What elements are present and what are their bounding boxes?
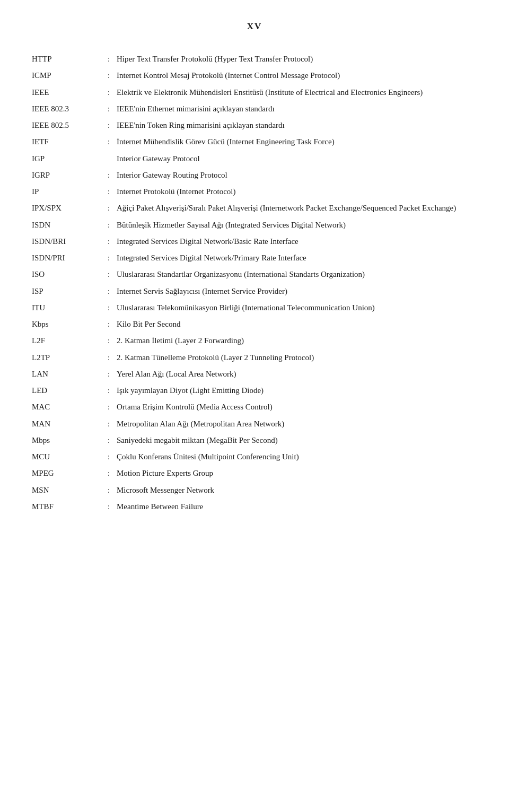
colon-cell: : [101, 233, 117, 250]
term-cell: LED [32, 382, 101, 399]
colon-cell: : [101, 167, 117, 184]
glossary-row: L2TP:2. Katman Tünelleme Protokolü (Laye… [32, 350, 477, 366]
glossary-row: L2F:2. Katman İletimi (Layer 2 Forwardin… [32, 333, 477, 349]
definition-cell: Işık yayımlayan Diyot (Light Emitting Di… [117, 382, 477, 399]
colon-cell: : [101, 366, 117, 382]
glossary-row: IEEE 802.5:IEEE'nin Token Ring mimarisin… [32, 117, 477, 134]
colon-cell: : [101, 482, 117, 499]
glossary-row: ISP:Internet Servis Sağlayıcısı (Interne… [32, 283, 477, 300]
glossary-row: ICMP:Internet Kontrol Mesaj Protokolü (I… [32, 67, 477, 84]
definition-cell: Uluslararası Standartlar Organizasyonu (… [117, 266, 477, 283]
definition-cell: IEEE'nin Token Ring mimarisini açıklayan… [117, 117, 477, 134]
glossary-row: MCU:Çoklu Konferans Ünitesi (Multipoint … [32, 449, 477, 465]
definition-cell: 2. Katman Tünelleme Protokolü (Layer 2 T… [117, 350, 477, 366]
colon-cell: : [101, 217, 117, 233]
colon-cell: : [101, 465, 117, 482]
definition-cell: Microsoft Messenger Network [117, 482, 477, 499]
glossary-row: MAN:Metropolitan Alan Ağı (Metropolitan … [32, 416, 477, 432]
definition-cell: Metropolitan Alan Ağı (Metropolitan Area… [117, 416, 477, 432]
term-cell: ISO [32, 266, 101, 283]
colon-cell: : [101, 499, 117, 515]
glossary-row: MTBF:Meantime Between Failure [32, 499, 477, 515]
colon-cell: : [101, 283, 117, 300]
colon-cell: : [101, 250, 117, 266]
term-cell: L2F [32, 333, 101, 349]
term-cell: MSN [32, 482, 101, 499]
glossary-row: ISDN:Bütünleşik Hizmetler Sayısal Ağı (I… [32, 217, 477, 233]
definition-cell: Interior Gateway Routing Protocol [117, 167, 477, 184]
term-cell: ISDN/BRI [32, 233, 101, 250]
colon-cell: : [101, 399, 117, 415]
colon-cell: : [101, 449, 117, 465]
term-cell: Mbps [32, 432, 101, 449]
glossary-row: LAN:Yerel Alan Ağı (Local Area Network) [32, 366, 477, 382]
colon-cell: : [101, 350, 117, 366]
glossary-row: HTTP:Hiper Text Transfer Protokolü (Hype… [32, 51, 477, 67]
glossary-table: HTTP:Hiper Text Transfer Protokolü (Hype… [32, 51, 477, 515]
glossary-row: IGRP:Interior Gateway Routing Protocol [32, 167, 477, 184]
term-cell: L2TP [32, 350, 101, 366]
definition-cell: Interior Gateway Protocol [117, 151, 477, 167]
definition-cell: Çoklu Konferans Ünitesi (Multipoint Conf… [117, 449, 477, 465]
definition-cell: Internet Kontrol Mesaj Protokolü (Intern… [117, 67, 477, 84]
glossary-row: MPEG:Motion Picture Experts Group [32, 465, 477, 482]
glossary-row: ISO:Uluslararası Standartlar Organizasyo… [32, 266, 477, 283]
definition-cell: İnternet Mühendislik Görev Gücü (Interne… [117, 134, 477, 150]
glossary-row: IEEE:Elektrik ve Elektronik Mühendisleri… [32, 84, 477, 101]
term-cell: ITU [32, 300, 101, 316]
term-cell: HTTP [32, 51, 101, 67]
definition-cell: Uluslararası Telekomünikasyon Birliği (I… [117, 300, 477, 316]
colon-cell: : [101, 84, 117, 101]
colon-cell: : [101, 117, 117, 134]
definition-cell: Meantime Between Failure [117, 499, 477, 515]
page-header: XV [32, 21, 477, 32]
definition-cell: Ortama Erişim Kontrolü (Media Access Con… [117, 399, 477, 415]
colon-cell: : [101, 51, 117, 67]
definition-cell: Elektrik ve Elektronik Mühendisleri Enst… [117, 84, 477, 101]
glossary-row: IETF:İnternet Mühendislik Görev Gücü (In… [32, 134, 477, 150]
colon-cell: : [101, 266, 117, 283]
definition-cell: Bütünleşik Hizmetler Sayısal Ağı (Integr… [117, 217, 477, 233]
term-cell: IEEE [32, 84, 101, 101]
definition-cell: Saniyedeki megabit miktarı (MegaBit Per … [117, 432, 477, 449]
glossary-row: Kbps:Kilo Bit Per Second [32, 316, 477, 333]
definition-cell: Yerel Alan Ağı (Local Area Network) [117, 366, 477, 382]
colon-cell [101, 151, 117, 167]
glossary-row: IGPInterior Gateway Protocol [32, 151, 477, 167]
definition-cell: Kilo Bit Per Second [117, 316, 477, 333]
term-cell: MAC [32, 399, 101, 415]
term-cell: MAN [32, 416, 101, 432]
term-cell: IGP [32, 151, 101, 167]
colon-cell: : [101, 67, 117, 84]
definition-cell: Hiper Text Transfer Protokolü (Hyper Tex… [117, 51, 477, 67]
colon-cell: : [101, 382, 117, 399]
glossary-row: Mbps:Saniyedeki megabit miktarı (MegaBit… [32, 432, 477, 449]
glossary-row: ISDN/BRI:Integrated Services Digital Net… [32, 233, 477, 250]
glossary-row: IP:Internet Protokolü (Internet Protocol… [32, 184, 477, 200]
definition-cell: IEEE'nin Ethernet mimarisini açıklayan s… [117, 101, 477, 117]
glossary-row: MAC:Ortama Erişim Kontrolü (Media Access… [32, 399, 477, 415]
colon-cell: : [101, 101, 117, 117]
term-cell: MPEG [32, 465, 101, 482]
term-cell: IP [32, 184, 101, 200]
glossary-row: LED:Işık yayımlayan Diyot (Light Emittin… [32, 382, 477, 399]
term-cell: IEEE 802.3 [32, 101, 101, 117]
definition-cell: Motion Picture Experts Group [117, 465, 477, 482]
colon-cell: : [101, 200, 117, 216]
term-cell: MCU [32, 449, 101, 465]
colon-cell: : [101, 134, 117, 150]
definition-cell: Integrated Services Digital Network/Prim… [117, 250, 477, 266]
glossary-row: ITU:Uluslararası Telekomünikasyon Birliğ… [32, 300, 477, 316]
term-cell: ISDN/PRI [32, 250, 101, 266]
term-cell: LAN [32, 366, 101, 382]
term-cell: ICMP [32, 67, 101, 84]
definition-cell: Integrated Services Digital Network/Basi… [117, 233, 477, 250]
definition-cell: 2. Katman İletimi (Layer 2 Forwarding) [117, 333, 477, 349]
colon-cell: : [101, 333, 117, 349]
colon-cell: : [101, 416, 117, 432]
glossary-row: IPX/SPX:Ağiçi Paket Alışverişi/Sıralı Pa… [32, 200, 477, 216]
colon-cell: : [101, 432, 117, 449]
colon-cell: : [101, 184, 117, 200]
term-cell: ISDN [32, 217, 101, 233]
term-cell: IPX/SPX [32, 200, 101, 216]
